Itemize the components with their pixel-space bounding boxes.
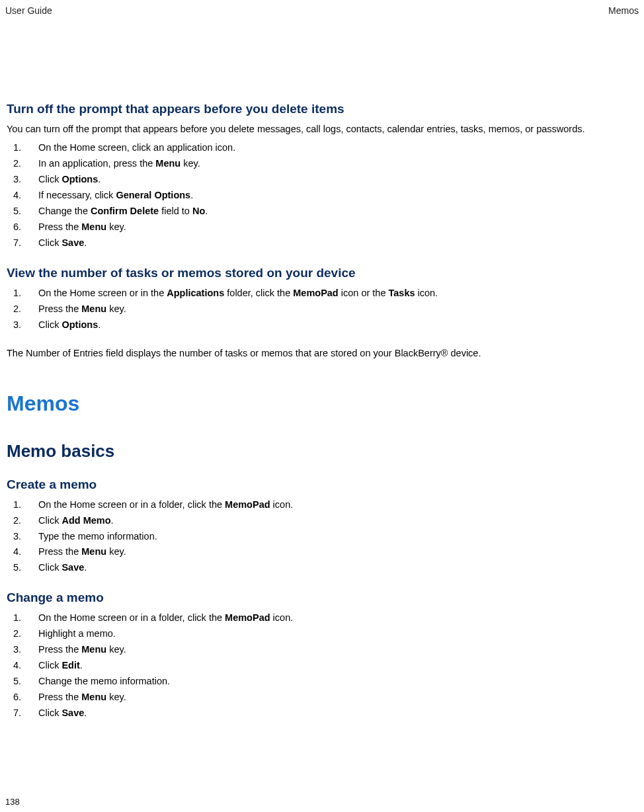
step: Press the Menu key. <box>7 690 637 706</box>
step: Type the memo information. <box>7 529 637 545</box>
subsection-title-create-memo: Create a memo <box>7 477 637 492</box>
header-right: Memos <box>608 5 639 16</box>
section-title-delete-prompt: Turn off the prompt that appears before … <box>7 102 637 116</box>
step: If necessary, click General Options. <box>7 188 637 204</box>
step: On the Home screen or in the Application… <box>7 286 637 302</box>
step: Press the Menu key. <box>7 220 637 235</box>
step: In an application, press the Menu key. <box>7 156 637 172</box>
step: Click Options. <box>7 317 637 333</box>
step: Press the Menu key. <box>7 544 637 560</box>
chapter-title-memos: Memos <box>7 391 637 416</box>
step: Click Save. <box>7 560 637 576</box>
section-intro: You can turn off the prompt that appears… <box>7 122 637 136</box>
step: Change the memo information. <box>7 674 637 690</box>
steps-view-count: On the Home screen or in the Application… <box>7 286 637 333</box>
step: On the Home screen or in a folder, click… <box>7 610 637 626</box>
header-left: User Guide <box>5 5 52 16</box>
step: Press the Menu key. <box>7 302 637 317</box>
step: Change the Confirm Delete field to No. <box>7 204 637 220</box>
page-header: User Guide Memos <box>5 5 639 16</box>
step: Click Add Memo. <box>7 513 637 529</box>
step: On the Home screen, click an application… <box>7 140 637 156</box>
step: Press the Menu key. <box>7 642 637 658</box>
subsection-title-change-memo: Change a memo <box>7 590 637 605</box>
step: On the Home screen or in a folder, click… <box>7 497 637 513</box>
step: Highlight a memo. <box>7 626 637 642</box>
steps-delete-prompt: On the Home screen, click an application… <box>7 140 637 251</box>
step: Click Edit. <box>7 658 637 674</box>
note-entries: The Number of Entries field displays the… <box>7 348 637 358</box>
step: Click Options. <box>7 172 637 188</box>
step: Click Save. <box>7 235 637 251</box>
steps-create-memo: On the Home screen or in a folder, click… <box>7 497 637 577</box>
section-title-view-count: View the number of tasks or memos stored… <box>7 266 637 280</box>
page-number: 138 <box>5 797 20 807</box>
step: Click Save. <box>7 706 637 721</box>
page-content: Turn off the prompt that appears before … <box>5 102 639 721</box>
section-title-memo-basics: Memo basics <box>7 441 637 462</box>
steps-change-memo: On the Home screen or in a folder, click… <box>7 610 637 721</box>
